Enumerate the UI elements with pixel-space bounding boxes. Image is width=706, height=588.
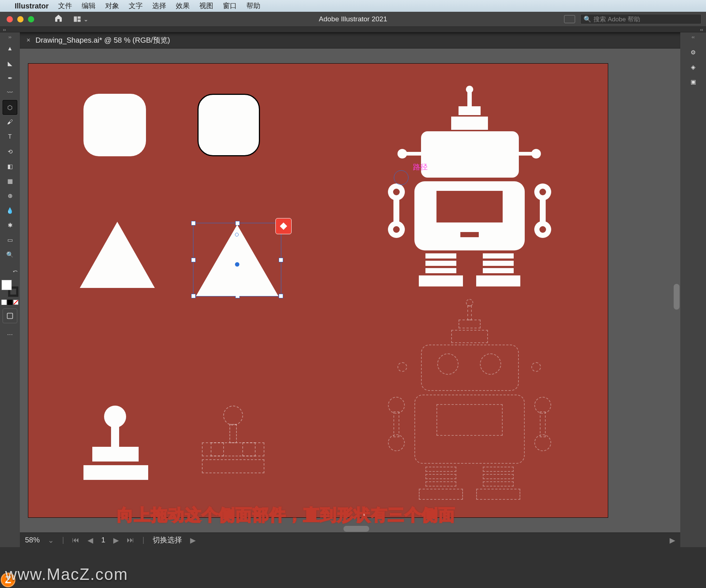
selection-tool[interactable]: ▲ bbox=[3, 41, 17, 56]
eraser-tool[interactable]: ◧ bbox=[3, 159, 17, 174]
help-search[interactable]: 🔍 搜索 Adobe 帮助 bbox=[580, 14, 702, 24]
arrange-documents-icon[interactable] bbox=[564, 15, 575, 23]
zoom-dropdown-icon[interactable]: ⌄ bbox=[48, 536, 54, 545]
scrollbar-horizontal[interactable] bbox=[343, 526, 369, 532]
artboard-last-icon[interactable]: ⏭ bbox=[127, 536, 134, 544]
svg-rect-0 bbox=[74, 17, 77, 22]
live-corner-top[interactable] bbox=[235, 233, 239, 236]
tools-collapse-icon[interactable]: ›› bbox=[8, 35, 11, 40]
color-mode-row bbox=[1, 300, 18, 305]
polygon-tool[interactable]: ⬡ bbox=[3, 100, 17, 115]
direct-selection-tool[interactable]: ◣ bbox=[3, 56, 17, 71]
right-panels-dock: ‹‹ ⚙◈▣ bbox=[680, 32, 706, 547]
panels-collapse-icon[interactable]: ‹‹ bbox=[692, 35, 695, 40]
search-icon: 🔍 bbox=[584, 15, 591, 23]
shape-builder-tool[interactable]: ⊕ bbox=[3, 188, 17, 203]
watermark-text: www.MacZ.com bbox=[5, 565, 128, 584]
robot-shape[interactable] bbox=[385, 86, 554, 292]
chevron-down-icon: ⌄ bbox=[83, 16, 88, 23]
rounded-rect-1[interactable] bbox=[83, 94, 146, 156]
tools-panel: ›› ▲◣✒〰⬡🖌T⟲◧▦⊕💧✱▭🔍 ⤺ ⋯ bbox=[0, 32, 20, 547]
close-window-button[interactable] bbox=[7, 16, 13, 22]
libraries-panel[interactable]: ▣ bbox=[686, 74, 700, 89]
document-tab[interactable]: × Drawing_Shapes.ai* @ 58 % (RGB/预览) bbox=[20, 35, 177, 45]
artboard-next-icon[interactable]: ▶ bbox=[113, 536, 119, 545]
selection-handle-sw[interactable] bbox=[191, 294, 196, 298]
control-bar-collapsed[interactable]: ›› ‹‹ bbox=[0, 26, 706, 32]
mac-menubar: Illustrator 文件 编辑 对象 文字 选择 效果 视图 窗口 帮助 bbox=[0, 0, 706, 12]
draw-mode-button[interactable] bbox=[3, 309, 17, 323]
home-icon[interactable] bbox=[54, 14, 63, 25]
expand-right-icon[interactable]: ‹‹ bbox=[700, 27, 703, 32]
zoom-tool[interactable]: 🔍 bbox=[3, 247, 17, 262]
canvas[interactable]: 路径 bbox=[20, 49, 680, 532]
expand-left-icon[interactable]: ›› bbox=[3, 27, 6, 32]
path-tooltip-label: 路径 bbox=[413, 162, 428, 172]
zoom-level[interactable]: 58% bbox=[25, 536, 40, 544]
status-mode-arrow-icon[interactable]: ▶ bbox=[190, 536, 196, 545]
smart-guide-circle bbox=[394, 170, 409, 185]
color-fill-mode[interactable] bbox=[1, 300, 7, 305]
artboard-tool[interactable]: ▭ bbox=[3, 232, 17, 247]
status-bar: 58% ⌄ | ⏮ ◀ 1 ▶ ⏭ | 切换选择 ▶ ▶ bbox=[20, 532, 680, 547]
search-placeholder: 搜索 Adobe 帮助 bbox=[593, 15, 640, 24]
app-title: Adobe Illustrator 2021 bbox=[319, 15, 387, 23]
menu-file[interactable]: 文件 bbox=[58, 1, 72, 11]
menu-window[interactable]: 窗口 bbox=[223, 1, 237, 11]
artboard-number[interactable]: 1 bbox=[101, 536, 105, 544]
document-tab-label: Drawing_Shapes.ai* @ 58 % (RGB/预览) bbox=[36, 35, 170, 45]
layers-panel[interactable]: ◈ bbox=[686, 60, 700, 74]
fill-swatch[interactable] bbox=[1, 280, 12, 290]
gradient-fill-mode[interactable] bbox=[7, 300, 13, 305]
rotate-tool[interactable]: ⟲ bbox=[3, 144, 17, 159]
menu-edit[interactable]: 编辑 bbox=[82, 1, 96, 11]
polygon-side-count-widget[interactable] bbox=[275, 218, 292, 234]
curvature-tool[interactable]: 〰 bbox=[3, 85, 17, 100]
document-tabbar: × Drawing_Shapes.ai* @ 58 % (RGB/预览) bbox=[20, 32, 680, 49]
selection-handle-se[interactable] bbox=[279, 294, 283, 298]
selection-handle-nw[interactable] bbox=[191, 221, 196, 225]
fill-stroke-swatches[interactable] bbox=[1, 280, 18, 297]
menu-help[interactable]: 帮助 bbox=[246, 1, 260, 11]
joystick-shape[interactable] bbox=[83, 406, 148, 478]
zoom-window-button[interactable] bbox=[28, 16, 34, 22]
document-area: × Drawing_Shapes.ai* @ 58 % (RGB/预览) bbox=[20, 32, 680, 547]
edit-toolbar-button[interactable]: ⋯ bbox=[3, 327, 17, 342]
close-tab-icon[interactable]: × bbox=[26, 36, 31, 44]
eyedropper-tool[interactable]: 💧 bbox=[3, 203, 17, 218]
pen-tool[interactable]: ✒ bbox=[3, 71, 17, 85]
app-titlebar: ⌄ Adobe Illustrator 2021 🔍 搜索 Adobe 帮助 bbox=[0, 12, 706, 26]
selection-handle-e[interactable] bbox=[279, 258, 283, 262]
none-fill-mode[interactable] bbox=[13, 300, 18, 305]
status-right-arrow-icon[interactable]: ▶ bbox=[670, 536, 675, 545]
minimize-window-button[interactable] bbox=[17, 16, 24, 22]
svg-rect-1 bbox=[78, 17, 81, 19]
properties-panel[interactable]: ⚙ bbox=[686, 45, 700, 60]
triangle-white[interactable] bbox=[80, 222, 155, 288]
fill-stroke-swap-icon[interactable]: ⤺ bbox=[13, 268, 18, 275]
scrollbar-vertical[interactable] bbox=[674, 284, 680, 310]
rounded-rect-2[interactable] bbox=[197, 94, 260, 156]
shape-center-dot[interactable] bbox=[235, 262, 239, 267]
workspace-switcher[interactable]: ⌄ bbox=[73, 15, 88, 23]
app-menu-name[interactable]: Illustrator bbox=[15, 2, 49, 10]
status-mode-label[interactable]: 切换选择 bbox=[153, 535, 182, 545]
menu-effect[interactable]: 效果 bbox=[176, 1, 190, 11]
svg-rect-3 bbox=[7, 313, 13, 319]
gradient-tool[interactable]: ▦ bbox=[3, 174, 17, 188]
selection-handle-w[interactable] bbox=[191, 258, 196, 262]
artboard-prev-icon[interactable]: ◀ bbox=[88, 536, 93, 545]
svg-rect-2 bbox=[78, 19, 81, 22]
menu-select[interactable]: 选择 bbox=[152, 1, 166, 11]
symbol-sprayer-tool[interactable]: ✱ bbox=[3, 218, 17, 232]
window-controls bbox=[0, 16, 41, 22]
robot-outline[interactable] bbox=[385, 299, 554, 505]
menu-object[interactable]: 对象 bbox=[105, 1, 119, 11]
artboard-first-icon[interactable]: ⏮ bbox=[72, 536, 79, 544]
paintbrush-tool[interactable]: 🖌 bbox=[3, 115, 17, 129]
tutorial-caption: 向上拖动这个侧面部件，直到形状有三个侧面 bbox=[117, 504, 456, 526]
menu-type[interactable]: 文字 bbox=[129, 1, 143, 11]
artboard[interactable]: 路径 bbox=[28, 63, 608, 518]
menu-view[interactable]: 视图 bbox=[199, 1, 213, 11]
type-tool[interactable]: T bbox=[3, 129, 17, 144]
